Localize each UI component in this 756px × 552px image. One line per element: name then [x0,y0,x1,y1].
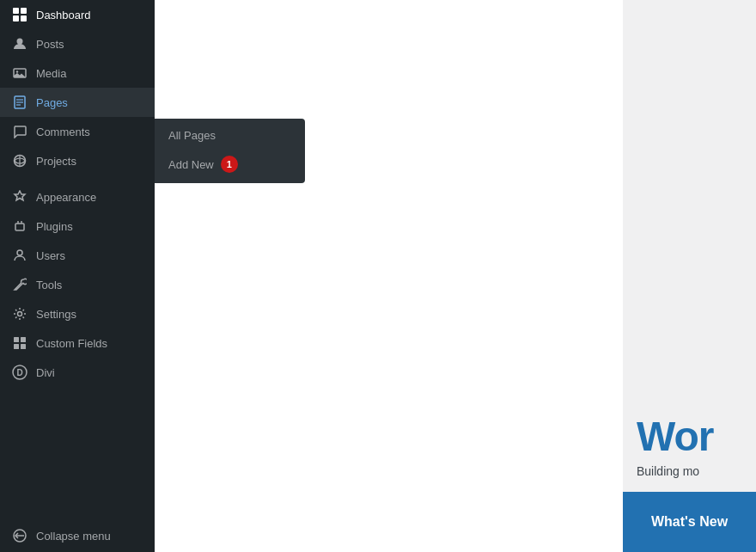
main-content: Wor Building mo What's New [155,0,756,552]
wordpress-subtitle: Building mo [637,464,742,478]
sidebar-label-pages: Pages [36,96,68,109]
svg-point-6 [16,71,18,72]
svg-point-17 [18,312,22,316]
sidebar-label-users: Users [36,249,65,262]
media-icon [12,65,27,81]
svg-point-4 [17,39,23,45]
sidebar-label-tools: Tools [36,279,62,291]
sidebar-label-custom-fields: Custom Fields [36,337,107,350]
svg-rect-0 [13,8,19,14]
sidebar-item-projects[interactable]: Projects [0,146,155,175]
sidebar-item-plugins[interactable]: Plugins [0,212,155,241]
right-panel-content: Wor Building mo [623,399,756,492]
submenu-add-new[interactable]: Add New 1 [155,149,305,180]
sidebar-item-pages[interactable]: Pages [0,88,155,117]
svg-rect-19 [21,337,26,342]
sidebar-item-dashboard[interactable]: Dashboard [0,0,155,29]
svg-rect-2 [13,15,19,21]
right-panel: Wor Building mo What's New [623,0,756,552]
sidebar: Dashboard Posts Media [0,0,155,552]
sidebar-item-divi[interactable]: D Divi [0,358,155,387]
divi-icon: D [12,365,27,380]
sidebar-item-users[interactable]: Users [0,241,155,270]
all-pages-label: All Pages [168,129,216,142]
sidebar-item-comments[interactable]: Comments [0,117,155,146]
svg-text:D: D [16,368,22,377]
add-new-label: Add New [168,158,214,171]
svg-rect-3 [21,15,27,21]
add-new-badge: 1 [221,156,238,173]
sidebar-label-appearance: Appearance [36,191,96,204]
pages-submenu: All Pages Add New 1 [155,119,305,183]
collapse-icon [12,528,27,543]
right-panel-top [623,0,756,399]
posts-icon [12,36,27,52]
sidebar-label-settings: Settings [36,308,76,321]
pages-icon [12,95,27,110]
sidebar-item-appearance[interactable]: Appearance [0,182,155,212]
collapse-menu-label: Collapse menu [36,530,111,543]
custom-fields-icon [12,335,27,351]
collapse-menu-button[interactable]: Collapse menu [0,519,155,552]
sidebar-label-divi: Divi [36,366,55,379]
svg-rect-1 [21,8,27,14]
sidebar-label-media: Media [36,67,66,80]
svg-rect-13 [15,224,24,230]
dashboard-icon [12,7,27,22]
tools-icon [12,277,27,292]
plugins-icon [12,218,27,234]
sidebar-label-dashboard: Dashboard [36,9,91,21]
svg-point-16 [17,250,22,255]
sidebar-label-plugins: Plugins [36,220,73,233]
sidebar-item-tools[interactable]: Tools [0,270,155,299]
sidebar-item-settings[interactable]: Settings [0,299,155,328]
sidebar-label-posts: Posts [36,38,64,51]
appearance-icon [12,189,27,205]
users-icon [12,248,27,263]
sidebar-item-posts[interactable]: Posts [0,29,155,58]
comments-icon [12,124,27,139]
sidebar-label-projects: Projects [36,155,76,168]
svg-rect-18 [14,337,19,342]
wordpress-title: Wor [637,416,742,457]
settings-icon [12,306,27,322]
submenu-all-pages[interactable]: All Pages [155,122,305,149]
svg-rect-21 [21,344,26,349]
sidebar-item-custom-fields[interactable]: Custom Fields [0,328,155,358]
sidebar-item-media[interactable]: Media [0,58,155,88]
content-area [155,0,623,552]
sidebar-label-comments: Comments [36,126,90,138]
projects-icon [12,153,27,169]
whats-new-button[interactable]: What's New [623,492,756,552]
svg-rect-20 [14,344,19,349]
